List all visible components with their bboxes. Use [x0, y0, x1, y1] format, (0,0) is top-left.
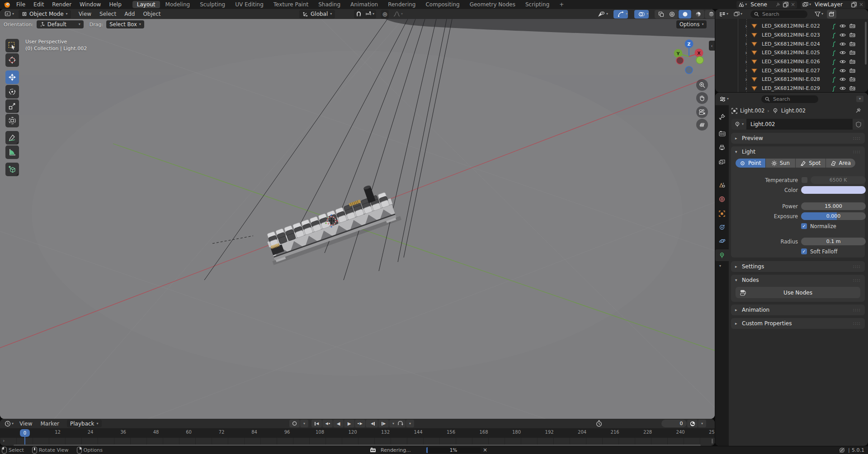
- object-name[interactable]: LED_SK6812MINI-E.024: [762, 41, 820, 47]
- current-frame-field[interactable]: 0: [661, 420, 687, 427]
- timeline-ruler[interactable]: 0122436486072849610812013214415616818019…: [0, 428, 715, 438]
- workspace-tab-rendering[interactable]: Rendering: [383, 1, 420, 8]
- timeline-menu-marker[interactable]: Marker: [37, 419, 63, 428]
- outliner-display-mode-dropdown[interactable]: ▾: [717, 10, 730, 19]
- hide-viewport-eye-icon[interactable]: [840, 77, 846, 82]
- viewport-menu-view[interactable]: View: [75, 9, 95, 19]
- disable-render-camera-icon[interactable]: [849, 59, 855, 64]
- workspace-tab-uv-editing[interactable]: UV Editing: [231, 1, 268, 8]
- panel-preview[interactable]: ▸Preview::::: [731, 133, 865, 144]
- light-type-sun[interactable]: Sun: [766, 159, 796, 168]
- tab-physics[interactable]: [715, 235, 729, 247]
- proportional-editing-toggle[interactable]: ◎: [381, 10, 389, 19]
- tab-constraints[interactable]: [715, 221, 729, 233]
- loop-options-chevron[interactable]: ▾: [406, 420, 414, 427]
- exposure-slider[interactable]: 0.000: [801, 212, 866, 220]
- workspace-tab-texture-paint[interactable]: Texture Paint: [269, 1, 313, 8]
- light-type-area[interactable]: Area: [826, 159, 856, 168]
- cancel-render-button[interactable]: ×: [483, 447, 487, 453]
- play-button[interactable]: ▶: [344, 420, 354, 427]
- outliner-row[interactable]: ›LED_SK6812MINI-E.022: [715, 22, 868, 31]
- ortho-toggle-button[interactable]: [696, 119, 708, 131]
- shading-wireframe-icon[interactable]: [665, 10, 678, 19]
- color-swatch[interactable]: [801, 186, 866, 194]
- disable-render-camera-icon[interactable]: [849, 23, 855, 28]
- outliner-row[interactable]: ›LED_SK6812MINI-E.029: [715, 84, 868, 92]
- use-nodes-button[interactable]: Use Nodes: [736, 287, 860, 298]
- tab-tool[interactable]: [715, 111, 729, 123]
- normalize-label[interactable]: Normalize: [810, 223, 836, 229]
- menu-window[interactable]: Window: [75, 0, 105, 9]
- properties-search-input[interactable]: [772, 96, 815, 103]
- mode-dropdown[interactable]: Object Mode ▾: [19, 10, 71, 19]
- outliner-search-input[interactable]: [761, 11, 804, 18]
- fake-user-shield-button[interactable]: [853, 119, 864, 130]
- timeline-scrollbar[interactable]: [14, 445, 701, 446]
- play-reverse-button[interactable]: ◀: [333, 420, 344, 427]
- zoom-button[interactable]: [696, 79, 708, 91]
- disable-render-camera-icon[interactable]: [849, 50, 855, 55]
- hide-viewport-eye-icon[interactable]: [840, 42, 846, 47]
- disable-render-camera-icon[interactable]: [849, 42, 855, 47]
- light-datablock-dropdown[interactable]: ▾: [731, 119, 746, 130]
- tool-scale[interactable]: [5, 99, 19, 113]
- options-button[interactable]: Options▾: [676, 20, 707, 28]
- properties-options-chevron[interactable]: ▾: [856, 96, 863, 102]
- jump-to-start-button[interactable]: ◀: [311, 420, 322, 427]
- object-name[interactable]: LED_SK6812MINI-E.023: [762, 32, 820, 38]
- playback-dropdown[interactable]: Playback▾: [67, 420, 102, 427]
- menu-render[interactable]: Render: [48, 0, 75, 9]
- tab-scene[interactable]: [715, 179, 729, 191]
- light-type-spot[interactable]: Spot: [796, 159, 826, 168]
- editor-type-timeline-icon[interactable]: ▾: [3, 419, 15, 428]
- timeline-vscrollbar[interactable]: [712, 439, 713, 444]
- playhead[interactable]: 0: [20, 429, 30, 437]
- object-name[interactable]: LED_SK6812MINI-E.029: [762, 85, 820, 91]
- workspace-tab-modeling[interactable]: Modeling: [161, 1, 195, 8]
- prev-keyframe-button[interactable]: ◀: [322, 420, 333, 427]
- camera-view-button[interactable]: [696, 106, 708, 118]
- orientation-dropdown[interactable]: Default ▾: [37, 20, 84, 28]
- expand-icon[interactable]: ›: [745, 41, 747, 47]
- delete-scene-icon[interactable]: ×: [791, 1, 795, 8]
- panel-nodes-header[interactable]: ▾Nodes::::: [731, 275, 865, 285]
- proportional-falloff-dropdown[interactable]: ▾: [392, 10, 405, 19]
- overlays-options-chevron[interactable]: ▾: [646, 12, 648, 16]
- object-visibility-dropdown[interactable]: ▾: [596, 10, 610, 19]
- workspace-tab-layout[interactable]: Layout: [132, 1, 160, 8]
- playback-sync-icon[interactable]: [596, 420, 602, 427]
- power-field[interactable]: 15.000: [801, 202, 866, 210]
- expand-icon[interactable]: ›: [745, 59, 747, 65]
- viewlayer-icon[interactable]: ▾: [802, 2, 811, 7]
- tool-transform[interactable]: [5, 114, 19, 127]
- properties-search[interactable]: [761, 95, 818, 103]
- tab-world[interactable]: [715, 193, 729, 205]
- normalize-checkbox[interactable]: ✓: [801, 223, 807, 229]
- tool-add-cube[interactable]: [5, 163, 19, 176]
- workspace-tab-shading[interactable]: Shading: [314, 1, 345, 8]
- drag-dropdown[interactable]: Select Box ▾: [106, 20, 144, 28]
- outliner-row[interactable]: ›LED_SK6812MINI-E.025: [715, 48, 868, 57]
- breadcrumb-data[interactable]: Light.002: [781, 108, 806, 114]
- shading-material-icon[interactable]: [692, 10, 704, 19]
- sidebar-toggle-arrow[interactable]: ‹: [709, 41, 715, 51]
- disable-render-camera-icon[interactable]: [849, 68, 855, 73]
- sync-options-chevron[interactable]: ▾: [698, 420, 706, 427]
- hide-viewport-eye-icon[interactable]: [840, 50, 846, 55]
- expand-icon[interactable]: ›: [745, 76, 747, 83]
- snap-target-dropdown[interactable]: ▾: [363, 10, 376, 19]
- panel-custom-properties[interactable]: ▸Custom Properties::::: [731, 318, 865, 329]
- expand-icon[interactable]: ›: [745, 50, 747, 56]
- outliner-row[interactable]: ›LED_SK6812MINI-E.023: [715, 31, 868, 40]
- tab-output[interactable]: [715, 141, 729, 153]
- panel-settings[interactable]: ▸Settings::::: [731, 261, 865, 272]
- keying-options-chevron[interactable]: ▾: [300, 420, 308, 427]
- panel-light-header[interactable]: ▾Light::::: [731, 146, 865, 157]
- workspace-tab-sculpting[interactable]: Sculpting: [195, 1, 230, 8]
- tool-rotate[interactable]: [5, 85, 19, 98]
- tab-light-data[interactable]: [715, 249, 729, 261]
- pan-button[interactable]: [696, 92, 708, 104]
- workspace-tab-compositing[interactable]: Compositing: [421, 1, 464, 8]
- snap-magnet-toggle[interactable]: [354, 10, 363, 19]
- outliner-row[interactable]: ›LED_SK6812MINI-E.027: [715, 66, 868, 75]
